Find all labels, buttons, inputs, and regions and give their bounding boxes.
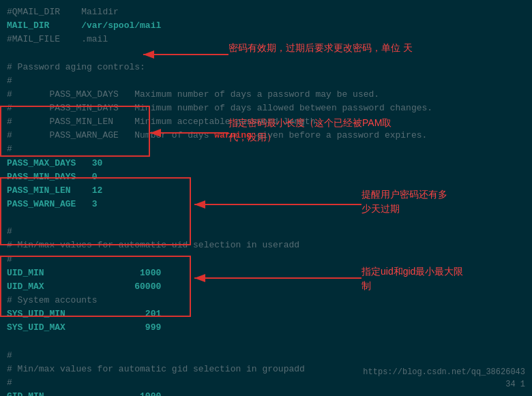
code-text: # xyxy=(7,142,12,156)
code-text: SYS_UID_MIN 201 xyxy=(7,307,161,321)
code-text: # xyxy=(7,74,12,88)
code-line: SYS_UID_MIN 201 xyxy=(7,307,525,321)
code-text: PASS_MIN_LEN 12 xyxy=(7,184,102,198)
code-text: # xyxy=(7,253,12,266)
code-block: #QMAIL_DIR Maildir MAIL_DIR /var/spool/m… xyxy=(7,5,525,396)
code-line: GID_MIN 1000 xyxy=(7,390,525,396)
code-line: # xyxy=(7,349,525,363)
code-line: # xyxy=(7,376,525,390)
annotation-3: 提醒用户密码还有多少天过期 xyxy=(361,187,447,216)
code-line xyxy=(7,335,525,348)
code-text: UID_MAX 60000 xyxy=(7,280,161,294)
annotation-4: 指定uid和gid最小最大限制 xyxy=(361,264,463,293)
code-text: #QMAIL_DIR Maildir xyxy=(7,5,119,19)
code-line: # System accounts xyxy=(7,294,525,307)
code-text: # System accounts xyxy=(7,294,98,307)
code-line: PASS_MIN_LEN 12 xyxy=(7,184,525,198)
code-text: MAIL_DIR /var/spool/mail xyxy=(7,19,161,33)
annotation-2: 指定密码最小长度（这个已经被PAM取代，没用） xyxy=(228,116,391,144)
code-text: # Min/max values for automatic uid selec… xyxy=(7,239,299,252)
code-line: # Min/max values for automatic uid selec… xyxy=(7,239,525,252)
code-line: # xyxy=(7,142,525,156)
code-line xyxy=(7,211,525,225)
code-line: PASS_MAX_DAYS 30 xyxy=(7,157,525,170)
code-line: PASS_WARN_AGE 3 xyxy=(7,198,525,211)
main-content: #QMAIL_DIR Maildir MAIL_DIR /var/spool/m… xyxy=(0,0,532,396)
code-text: # PASS_MAX_DAYS Maximum number of days a… xyxy=(7,88,379,102)
code-text: # Password aging controls: xyxy=(7,61,145,74)
code-text: UID_MIN 1000 xyxy=(7,266,161,280)
warning-text: Number of days xyxy=(134,129,214,142)
code-text: PASS_MAX_DAYS 30 xyxy=(7,157,102,170)
code-line: # PASS_MIN_DAYS Minimum number of days a… xyxy=(7,102,525,115)
code-text: GID_MIN 1000 xyxy=(7,390,161,396)
code-line: #QMAIL_DIR Maildir xyxy=(7,5,525,19)
code-text: # PASS_WARN_AGE xyxy=(7,129,134,142)
code-text: #MAIL_FILE .mail xyxy=(7,33,108,46)
code-text: PASS_MIN_DAYS 0 xyxy=(7,170,98,184)
code-text: # xyxy=(7,376,12,390)
code-text: # Min/max values for automatic gid selec… xyxy=(7,363,305,376)
code-text: # xyxy=(7,349,12,363)
code-line: # xyxy=(7,225,525,239)
code-text: # PASS_MIN_DAYS Minimum number of days a… xyxy=(7,102,432,115)
code-line: # PASS_MAX_DAYS Maximum number of days a… xyxy=(7,88,525,102)
page-number: 34 1 xyxy=(505,380,525,389)
code-line: SYS_UID_MAX 999 xyxy=(7,321,525,335)
code-text: SYS_UID_MAX 999 xyxy=(7,321,161,335)
code-line: PASS_MIN_DAYS 0 xyxy=(7,170,525,184)
code-text: PASS_WARN_AGE 3 xyxy=(7,198,98,211)
code-line: MAIL_DIR /var/spool/mail xyxy=(7,19,525,33)
code-text: # xyxy=(7,225,12,239)
code-line: # xyxy=(7,74,525,88)
footer-link: https://blog.csdn.net/qq_38626043 xyxy=(363,367,525,377)
code-line: # Password aging controls: xyxy=(7,61,525,74)
annotation-1: 密码有效期，过期后要求更改密码，单位 天 xyxy=(228,41,413,55)
